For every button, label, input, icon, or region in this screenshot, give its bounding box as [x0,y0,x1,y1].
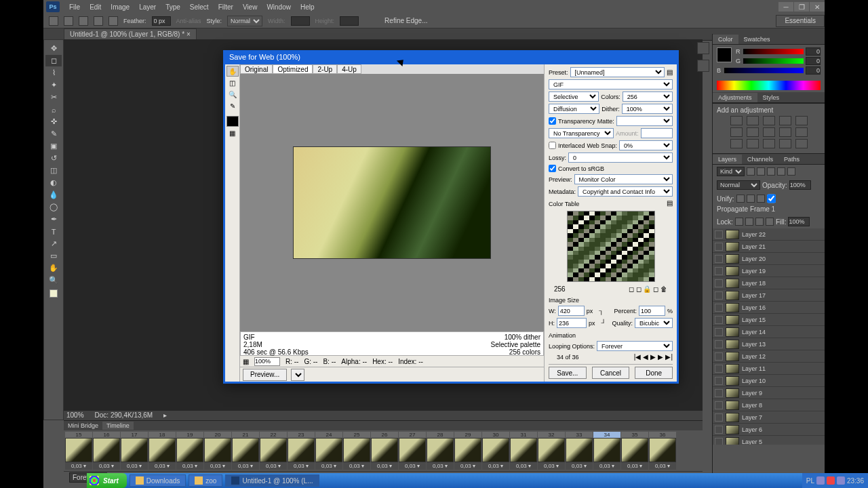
sfw-zoom[interactable] [254,357,280,366]
color-cell[interactable] [627,277,633,281]
filter-type[interactable] [767,167,775,176]
color-table[interactable] [567,211,655,282]
opacity-input[interactable] [789,180,811,190]
anim-first[interactable]: |◀ [634,353,642,361]
start-button[interactable]: Start [87,473,127,488]
menu-edit[interactable]: Edit [85,2,105,12]
timeline-frame[interactable]: 270,03 ▾ [399,432,426,470]
reduction-select[interactable]: Selective [549,92,599,102]
lasso-tool[interactable]: ⌇ [45,67,62,79]
timeline-frame[interactable]: 230,03 ▾ [288,432,315,470]
layer-row[interactable]: Layer 9 [713,387,825,399]
eyedropper-tool[interactable]: ⌕ [45,104,62,115]
anim-prev[interactable]: ◀ [643,353,648,361]
sfw-color-swatch[interactable] [226,116,239,127]
frame-delay[interactable]: 0,03 ▾ [371,462,398,470]
pen-tool[interactable]: ✒ [45,214,62,225]
color-cell[interactable] [644,277,649,281]
lock-trans[interactable] [735,218,743,226]
layer-row[interactable]: Layer 5 [713,436,825,445]
color-cell[interactable] [600,277,606,281]
visibility-icon[interactable] [715,389,723,397]
timeline-frame[interactable]: 290,03 ▾ [454,432,481,470]
bg-color[interactable] [54,294,62,302]
frame-delay[interactable]: 0,03 ▾ [510,462,537,470]
blur-tool[interactable]: 💧 [45,189,62,201]
frame-delay[interactable]: 0,03 ▾ [538,462,565,470]
frame-delay[interactable]: 0,03 ▾ [204,462,231,470]
matte-select[interactable] [616,116,673,126]
visibility-icon[interactable] [715,365,723,373]
adj-photo[interactable] [763,127,775,137]
sfw-eyedropper[interactable]: ✎ [226,100,239,111]
frame-delay[interactable]: 0,03 ▾ [482,462,509,470]
menu-window[interactable]: Window [262,2,295,12]
visibility-icon[interactable] [715,401,723,409]
color-cell[interactable] [649,277,654,281]
taskbar-photoshop[interactable]: Untitled-1 @ 100% (L... [225,474,319,487]
b-input[interactable] [806,66,821,75]
sel-int[interactable] [108,16,118,26]
filter-smart[interactable] [787,167,795,176]
dither-value[interactable]: 100% [622,104,673,114]
frame-delay[interactable]: 0,03 ▾ [176,462,203,470]
anim-play[interactable]: ▶ [650,353,656,361]
frame-delay[interactable]: 0,03 ▾ [93,462,120,470]
visibility-icon[interactable] [715,316,723,324]
dodge-tool[interactable]: ◯ [45,201,62,213]
timeline-frame[interactable]: 260,03 ▾ [371,432,398,470]
dialog-title[interactable]: Save for Web (100%) [225,52,677,64]
tab-4up[interactable]: 4-Up [337,64,361,74]
feather-input[interactable] [152,16,171,26]
lossy-select[interactable]: 0 [568,152,673,163]
type-tool[interactable]: T [45,226,62,237]
timeline-frame[interactable]: 160,03 ▾ [93,432,120,470]
layer-row[interactable]: Layer 13 [713,338,825,350]
menu-image[interactable]: Image [106,2,134,12]
visibility-icon[interactable] [715,243,723,251]
b-slider[interactable] [724,68,804,73]
layer-row[interactable]: Layer 19 [713,265,825,277]
tab-layers[interactable]: Layers [713,155,742,164]
frame-delay[interactable]: 0,03 ▾ [649,462,676,470]
websnap-select[interactable]: 0% [619,140,673,150]
timeline-frame[interactable]: 340,03 ▾ [593,432,620,470]
tray-lang[interactable]: PL [806,477,814,485]
filter-shape[interactable] [777,167,785,176]
filter-adj[interactable] [757,167,765,176]
timeline-frame[interactable]: 200,03 ▾ [204,432,231,470]
color-cell[interactable] [573,277,578,281]
fill-input[interactable] [788,217,810,226]
loop-select-sfw[interactable]: Forever [597,341,673,351]
maximize-button[interactable]: ❐ [794,2,809,12]
color-cell[interactable] [595,277,600,281]
cancel-button[interactable]: Cancel [592,367,630,379]
adj-exposure[interactable] [779,116,791,125]
frame-delay[interactable]: 0,03 ▾ [399,462,426,470]
color-cell[interactable] [616,277,622,281]
wand-tool[interactable]: ✦ [45,79,62,91]
visibility-icon[interactable] [715,328,723,336]
properties-icon[interactable] [697,60,709,72]
visibility-icon[interactable] [715,267,723,275]
layer-row[interactable]: Layer 6 [713,424,825,436]
menu-select[interactable]: Select [186,2,213,12]
tab-optimized[interactable]: Optimized [273,64,313,74]
adj-selcol[interactable] [795,139,808,148]
layer-row[interactable]: Layer 17 [713,289,825,302]
layer-row[interactable]: Layer 11 [713,363,825,375]
propagate-check[interactable] [767,194,776,203]
visibility-icon[interactable] [715,291,723,300]
zoom-level[interactable]: 100% [66,411,84,420]
browser-select[interactable]: 🌐 [291,369,304,381]
adj-brightness[interactable] [730,116,743,125]
adj-poster[interactable] [747,139,759,148]
tray-icon[interactable] [837,476,845,485]
visibility-icon[interactable] [715,438,723,445]
layer-row[interactable]: Layer 15 [713,314,825,326]
tab-swatches[interactable]: Swatches [738,35,776,44]
tab-2up[interactable]: 2-Up [313,64,337,74]
tab-color[interactable]: Color [713,35,738,44]
eraser-tool[interactable]: ◫ [45,165,62,176]
frame-delay[interactable]: 0,03 ▾ [121,462,148,470]
